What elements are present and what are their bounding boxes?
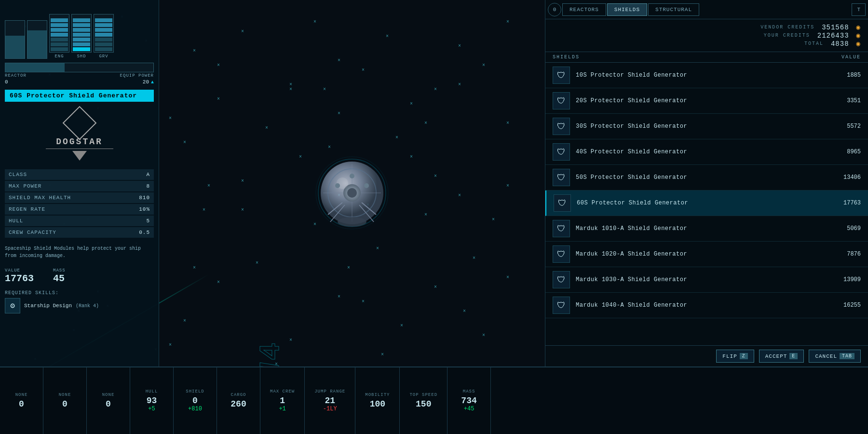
shop-item-name-5: 60S Protector Shield Generator [577,200,826,206]
mass-label: MASS [53,268,66,273]
flip-button[interactable]: FLIP Z [716,350,754,363]
total-value: 4838 [831,40,849,48]
tab-structural[interactable]: STRUCTURAL [648,3,699,16]
status-value-5: 260 [231,399,246,409]
bar-group-grv: GRV [94,14,114,59]
item-image-area: DOGSTAR [0,104,159,167]
shop-item-9[interactable]: 🛡 Marduk 1040-A Shield Generator 16255 [545,293,868,318]
shop-item-6[interactable]: 🛡 Marduk 1010-A Shield Generator 5069 [545,216,868,242]
stat-row-max-power: MAX POWER 8 [5,181,154,191]
shop-item-name-8: Marduk 1030-A Shield Generator [576,276,826,283]
skill-name: Starship Design [24,303,72,309]
dogstar-logo: DOGSTAR [46,111,113,161]
item-title: 60S Protector Shield Generator [5,90,154,102]
shields-col-label: SHIELDS [553,54,580,60]
tab-t[interactable]: T [852,3,866,16]
shop-item-7[interactable]: 🛡 Marduk 1020-A Shield Generator 7876 [545,242,868,267]
shop-item-value-5: 17763 [832,200,861,206]
bar-group-shd: SHD [71,14,92,59]
status-section-cargo: CARGO 260 [217,367,260,434]
hull-label: HULL [9,218,23,224]
svg-marker-0 [72,151,87,161]
status-label-0: NONE [15,393,28,397]
power-bar [5,63,154,72]
shop-item-name-1: 20S Protector Shield Generator [576,97,826,104]
circle-key: 0 [553,7,556,13]
status-label-1: NONE [59,393,71,397]
accept-key: E [789,353,798,359]
status-value-4: 0 [192,396,198,406]
svg-point-6 [347,188,357,198]
tab-shields[interactable]: SHIELDS [607,3,647,16]
stat-row-regen: REGEN RATE 10% [5,204,154,215]
shop-item-icon-0: 🛡 [553,67,570,84]
shop-item-value-3: 8965 [832,149,861,155]
status-value-8: 100 [370,399,385,409]
status-delta-3: +5 [148,406,155,412]
bar-group-2 [27,20,47,59]
vendor-credit-icon: ◉ [856,23,861,31]
your-credits-label: YOUR CREDITS [764,33,810,38]
stats-table: CLASS A MAX POWER 8 SHIELD MAX HEALTH 81… [5,169,154,238]
status-value-7: 21 [325,396,335,406]
shop-item-5[interactable]: 🛡 60S Protector Shield Generator 17763 [545,190,868,216]
status-label-4: SHIELD [186,389,204,394]
shop-item-name-2: 30S Protector Shield Generator [576,123,826,130]
dogstar-diamond-icon [62,106,96,140]
dogstar-chevron-icon [72,151,87,161]
top-nav: 0 REACTORS SHIELDS STRUCTURAL T [545,0,868,19]
shop-item-3[interactable]: 🛡 40S Protector Shield Generator 8965 [545,139,868,165]
item-detail-panel: ENG SHD GRV [0,0,159,366]
eng-label: ENG [54,54,64,59]
stat-row-class: CLASS A [5,169,154,180]
nav-circle-0[interactable]: 0 [548,3,561,16]
shop-item-value-8: 13909 [832,276,861,283]
status-delta-7: -1LY [323,406,337,412]
value-col-label: VALUE [841,54,861,60]
shop-item-8[interactable]: 🛡 Marduk 1030-A Shield Generator 13909 [545,267,868,293]
accept-label: ACCEPT [765,353,787,359]
shop-item-0[interactable]: 🛡 10S Protector Shield Generator 1885 [545,63,868,88]
reactor-label: REACTOR [5,73,27,78]
status-section-none: NONE 0 [43,367,87,434]
shop-item-1[interactable]: 🛡 20S Protector Shield Generator 3351 [545,88,868,114]
status-delta-4: +810 [188,406,202,412]
reactor-value: 0 [5,79,8,85]
max-power-value: 8 [146,183,150,189]
dogstar-line [46,149,113,149]
shop-item-name-9: Marduk 1040-A Shield Generator [576,302,826,309]
shd-label: SHD [77,54,86,59]
stat-row-hull: HULL 5 [5,216,154,226]
cancel-button[interactable]: CANCEL TAB [809,350,861,363]
skill-icon: ⚙ [5,298,20,313]
svg-point-17 [350,174,354,178]
shield-health-label: SHIELD MAX HEALTH [9,195,71,201]
status-delta-10: +45 [464,406,475,412]
spaceship-model [309,147,395,244]
vendor-credits-row: VENDOR CREDITS 351568 ◉ [760,23,861,31]
item-description: Spaceship Shield Modules help protect yo… [0,240,159,264]
tab-reactors[interactable]: REACTORS [562,3,606,16]
your-credits-row: YOUR CREDITS 2126433 ◉ [764,31,861,40]
status-label-8: MOBILITY [365,393,390,397]
shop-item-4[interactable]: 🛡 50S Protector Shield Generator 13406 [545,165,868,190]
shop-item-2[interactable]: 🛡 30S Protector Shield Generator 5572 [545,114,868,139]
value-group: VALUE 17763 [5,268,34,284]
shop-items-list[interactable]: 🛡 10S Protector Shield Generator 1885 🛡 … [545,63,868,318]
svg-point-16 [364,183,369,188]
status-value-6: 1 [280,396,285,406]
status-section-none: NONE 0 [87,367,130,434]
resource-bars: ENG SHD GRV [0,0,159,63]
flip-key: Z [740,353,748,359]
total-row: TOTAL 4838 ◉ [804,40,861,48]
status-section-hull: HULL 93 +5 [130,367,174,434]
shop-panel: 0 REACTORS SHIELDS STRUCTURAL T VENDOR C… [545,0,868,366]
accept-button[interactable]: ACCEPT E [759,350,804,363]
vendor-credits-value: 351568 [822,24,849,31]
value-label: VALUE [5,268,34,273]
shop-item-value-7: 7876 [832,251,861,258]
shop-item-icon-3: 🛡 [553,143,570,161]
regen-value: 10% [139,206,150,212]
skill-rank: (Rank 4) [76,303,99,309]
status-label-5: CARGO [231,393,246,397]
